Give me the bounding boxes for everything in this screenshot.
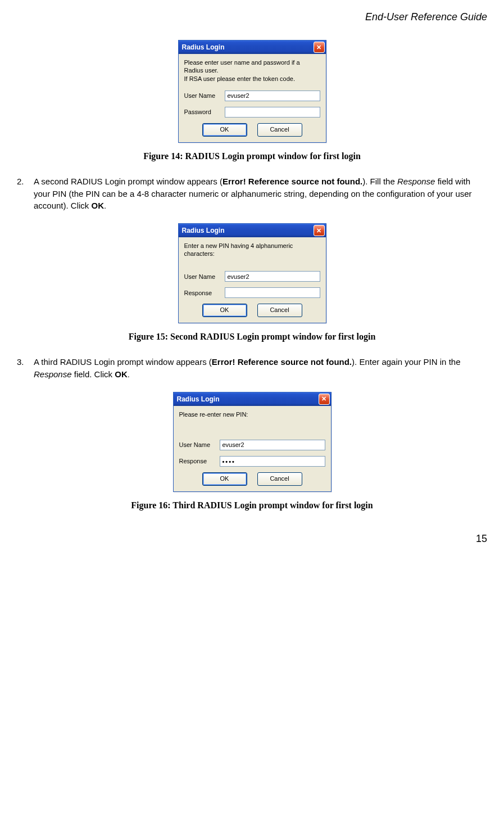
close-icon[interactable]: ✕	[314, 225, 325, 236]
ok-button[interactable]: OK	[202, 123, 247, 137]
figure-caption-16: Figure 16: Third RADIUS Login prompt win…	[17, 500, 487, 511]
username-input[interactable]	[225, 271, 320, 282]
button-ref: OK	[92, 201, 105, 210]
titlebar: Radius Login ✕	[174, 392, 331, 406]
username-input[interactable]	[220, 440, 325, 450]
dialog-title: Radius Login	[177, 395, 220, 403]
dialog-instructions: Enter a new PIN having 4 alphanumeric ch…	[184, 242, 320, 263]
ok-button[interactable]: OK	[202, 472, 247, 486]
list-text: A third RADIUS Login prompt window appea…	[34, 356, 487, 381]
cancel-button[interactable]: Cancel	[257, 304, 302, 317]
radius-login-dialog-1: Radius Login ✕ Please enter user name an…	[178, 40, 326, 143]
error-ref: Error! Reference source not found.	[223, 177, 362, 186]
dialog-instructions: Please enter user name and password if a…	[184, 58, 320, 83]
page-number: 15	[17, 533, 487, 545]
username-label: User Name	[179, 441, 220, 448]
list-text: A second RADIUS Login prompt window appe…	[34, 175, 487, 212]
dialog-title: Radius Login	[182, 227, 225, 234]
text: A third RADIUS Login prompt window appea…	[34, 357, 212, 367]
response-input[interactable]	[225, 287, 320, 298]
titlebar: Radius Login ✕	[179, 40, 326, 54]
instruction-line: Please enter user name and password if a…	[184, 59, 300, 74]
list-item-3: 3. A third RADIUS Login prompt window ap…	[17, 356, 487, 381]
list-number: 3.	[17, 356, 34, 381]
button-ref: OK	[115, 369, 128, 379]
instruction-line: If RSA user please enter the token code.	[184, 75, 296, 82]
dialog-instructions: Please re-enter new PIN:	[179, 410, 325, 432]
close-icon[interactable]: ✕	[314, 42, 325, 53]
username-label: User Name	[184, 273, 225, 280]
text: A second RADIUS Login prompt window appe…	[34, 177, 223, 186]
cancel-button[interactable]: Cancel	[257, 472, 302, 486]
page-header: End-User Reference Guide	[17, 11, 487, 23]
figure-caption-15: Figure 15: Second RADIUS Login prompt wi…	[17, 332, 487, 342]
text: .	[104, 201, 106, 210]
password-label: Password	[184, 109, 225, 115]
cancel-button[interactable]: Cancel	[257, 123, 302, 137]
username-input[interactable]	[225, 91, 320, 101]
field-ref: Response	[397, 177, 435, 186]
ok-button[interactable]: OK	[202, 304, 247, 317]
error-ref: Error! Reference source not found.	[212, 357, 352, 367]
field-ref: Response	[34, 369, 72, 379]
dialog-title: Radius Login	[182, 43, 225, 51]
password-input[interactable]	[225, 107, 320, 118]
close-icon[interactable]: ✕	[319, 394, 330, 405]
text: .	[128, 369, 130, 379]
titlebar: Radius Login ✕	[179, 224, 326, 237]
list-number: 2.	[17, 175, 34, 212]
response-label: Response	[184, 290, 225, 296]
list-item-2: 2. A second RADIUS Login prompt window a…	[17, 175, 487, 212]
figure-caption-14: Figure 14: RADIUS Login prompt window fo…	[17, 151, 487, 161]
text: field. Click	[72, 369, 115, 379]
text: ). Enter again your PIN in the	[352, 357, 460, 367]
text: ). Fill the	[362, 177, 397, 186]
username-label: User Name	[184, 92, 225, 99]
radius-login-dialog-2: Radius Login ✕ Enter a new PIN having 4 …	[178, 223, 326, 323]
response-input[interactable]: ••••	[220, 456, 325, 467]
response-label: Response	[179, 458, 220, 464]
radius-login-dialog-3: Radius Login ✕ Please re-enter new PIN: …	[173, 392, 332, 492]
